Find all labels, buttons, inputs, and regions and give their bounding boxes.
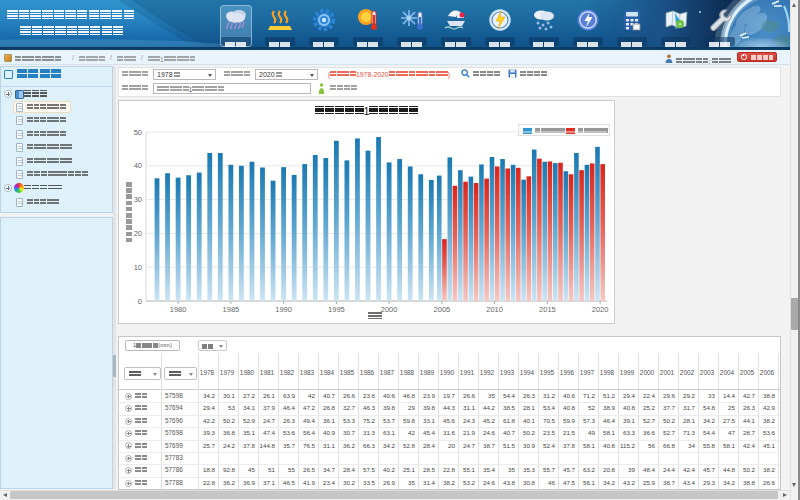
svg-text:2015: 2015 xyxy=(539,305,556,314)
svg-text:2010: 2010 xyxy=(486,305,503,314)
svg-text:1995: 1995 xyxy=(328,305,345,314)
svg-text:1985: 1985 xyxy=(223,305,240,314)
svg-text:2020: 2020 xyxy=(592,305,609,314)
svg-text:1990: 1990 xyxy=(275,305,292,314)
svg-text:20: 20 xyxy=(134,229,142,238)
svg-text:0: 0 xyxy=(138,297,142,306)
svg-text:1980: 1980 xyxy=(170,305,187,314)
svg-text:10: 10 xyxy=(134,263,142,272)
svg-text:2000: 2000 xyxy=(381,305,398,314)
svg-text:2005: 2005 xyxy=(434,305,451,314)
svg-text:30: 30 xyxy=(134,195,142,204)
svg-text:50: 50 xyxy=(134,128,142,137)
svg-text:40: 40 xyxy=(134,161,142,170)
